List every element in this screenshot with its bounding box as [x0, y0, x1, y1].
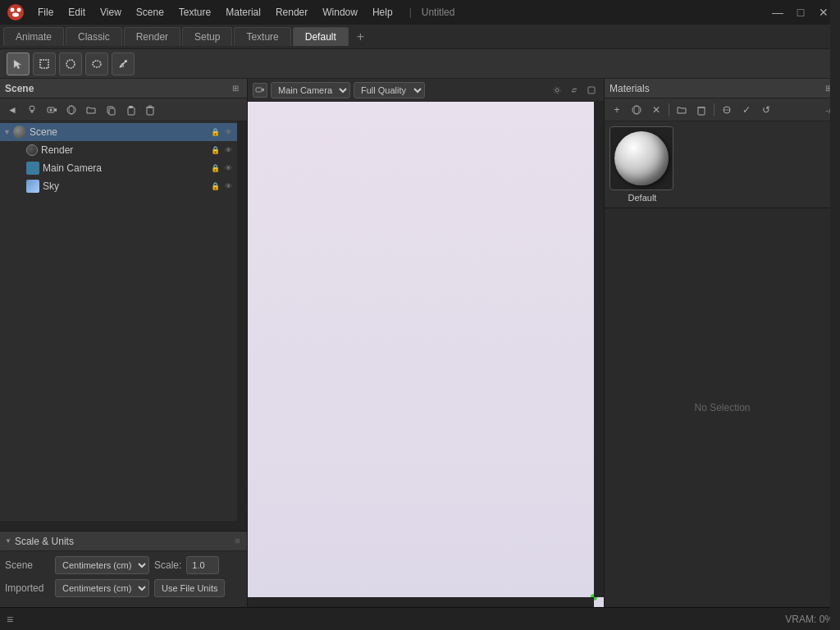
render-visibility-icon[interactable]: 👁 — [222, 144, 234, 156]
svg-point-2 — [17, 8, 21, 12]
scene-folder-button[interactable] — [82, 102, 100, 118]
refresh-material-button[interactable]: ↺ — [757, 102, 775, 118]
scene-panel-expand[interactable]: ⊞ — [229, 82, 242, 95]
svg-point-26 — [554, 87, 560, 94]
menu-scene[interactable]: Scene — [130, 5, 171, 20]
render-lock-icon[interactable]: 🔒 — [209, 144, 221, 156]
svg-point-8 — [30, 106, 34, 111]
viewport-bottom-scrollbar[interactable] — [248, 597, 594, 607]
circle-tool-button[interactable] — [59, 52, 82, 75]
menu-material[interactable]: Material — [219, 5, 267, 20]
sky-visibility-icon[interactable]: 👁 — [222, 180, 234, 192]
viewport-canvas[interactable] — [248, 102, 604, 607]
materials-toolbar: + ✕ — [605, 98, 840, 121]
paint-material-button[interactable] — [718, 102, 736, 118]
scene-light-button[interactable] — [23, 102, 41, 118]
maximize-button[interactable]: □ — [791, 4, 810, 21]
camera-select[interactable]: Main Camera — [271, 82, 350, 98]
viewport-settings-icon[interactable] — [550, 83, 564, 98]
tab-render[interactable]: Render — [124, 27, 180, 46]
svg-point-28 — [632, 106, 641, 114]
camera-visibility-icon[interactable]: 👁 — [222, 162, 234, 174]
tree-item-render[interactable]: Render 🔒 👁 — [0, 141, 237, 159]
materials-title: Materials — [609, 83, 650, 94]
scene-copy-button[interactable] — [102, 102, 120, 118]
scene-back-button[interactable]: ◄ — [3, 102, 21, 118]
menu-view[interactable]: View — [94, 5, 128, 20]
scale-units-header[interactable]: ▼ Scale & Units ⊞ — [0, 532, 247, 551]
copy-icon — [105, 104, 116, 116]
scene-unit-select[interactable]: Centimeters (cm)Meters (m)Inches (in)Fee… — [55, 556, 149, 574]
titlebar-separator: | — [409, 7, 412, 18]
scene-visibility-icon[interactable]: 👁 — [222, 126, 234, 138]
viewport-link-icon[interactable] — [567, 83, 582, 98]
status-menu-icon[interactable]: ≡ — [7, 613, 13, 626]
menu-edit[interactable]: Edit — [62, 5, 92, 20]
scene-sphere-button[interactable] — [62, 102, 80, 118]
folder-material-button[interactable] — [673, 102, 691, 118]
svg-point-25 — [555, 89, 559, 92]
viewport: Main Camera Full Quality Half Quality Dr… — [248, 79, 604, 607]
tab-texture[interactable]: Texture — [234, 27, 290, 46]
scene-panel-header-icons: ⊞ — [229, 82, 242, 95]
titlebar-title: Untitled — [422, 7, 455, 18]
svg-rect-17 — [109, 108, 115, 115]
viewport-expand-icon[interactable] — [584, 83, 599, 98]
scale-value-input[interactable] — [186, 556, 219, 574]
tree-item-sky[interactable]: Sky 🔒 👁 — [0, 177, 237, 195]
scene-delete-button[interactable] — [141, 102, 159, 118]
marquee-tool-button[interactable] — [33, 52, 56, 75]
tree-actions-sky: 🔒 👁 — [209, 180, 234, 192]
folder-icon — [85, 104, 97, 116]
scene-lock-icon[interactable]: 🔒 — [209, 126, 221, 138]
tree-label-camera: Main Camera — [43, 162, 209, 174]
tab-add-button[interactable]: + — [350, 28, 371, 46]
svg-rect-18 — [128, 107, 135, 115]
menu-window[interactable]: Window — [316, 5, 364, 20]
titlebar-menu: File Edit View Scene Texture Material Re… — [31, 5, 399, 20]
sky-lock-icon[interactable]: 🔒 — [209, 180, 221, 192]
tab-animate[interactable]: Animate — [3, 27, 64, 46]
imported-unit-select[interactable]: Centimeters (cm)Meters (m)Inches (in)Fee… — [55, 579, 149, 597]
main-area: Scene ⊞ ◄ — [0, 79, 840, 607]
menu-texture[interactable]: Texture — [172, 5, 217, 20]
svg-point-29 — [634, 106, 639, 114]
select-tool-button[interactable] — [7, 52, 30, 75]
quality-select[interactable]: Full Quality Half Quality Draft — [354, 82, 425, 98]
use-file-units-button[interactable]: Use File Units — [154, 579, 225, 597]
tab-setup[interactable]: Setup — [182, 27, 232, 46]
tab-classic[interactable]: Classic — [66, 27, 122, 46]
light-icon — [26, 104, 38, 116]
viewport-right-scrollbar[interactable] — [594, 102, 604, 597]
delete-material-button[interactable] — [692, 102, 710, 118]
sphere-material-button[interactable] — [628, 102, 646, 118]
imported-scale-label: Imported — [5, 582, 50, 594]
svg-point-15 — [69, 106, 74, 114]
lasso-tool-button[interactable] — [85, 52, 108, 75]
tree-item-camera[interactable]: Main Camera 🔒 👁 — [0, 159, 237, 177]
link-icon — [569, 85, 579, 95]
right-panel-scrollbar[interactable] — [830, 0, 840, 630]
close-material-button[interactable]: ✕ — [647, 102, 665, 118]
add-material-button[interactable]: + — [608, 102, 626, 118]
tree-arrow-scene: ▼ — [3, 128, 13, 136]
viewport-camera-icon[interactable] — [253, 83, 267, 98]
menu-help[interactable]: Help — [366, 5, 399, 20]
path-tool-button[interactable] — [112, 52, 135, 75]
tab-default[interactable]: Default — [293, 27, 349, 46]
check-material-button[interactable]: ✓ — [737, 102, 756, 118]
menu-render[interactable]: Render — [269, 5, 314, 20]
material-item-default[interactable]: Default — [609, 126, 675, 203]
scene-paste-button[interactable] — [121, 102, 139, 118]
tree-item-scene[interactable]: ▼ Scene 🔒 👁 — [0, 123, 237, 141]
scene-camera-button[interactable] — [43, 102, 61, 118]
scale-panel-resize[interactable]: ⊞ — [235, 537, 240, 545]
camera-lock-icon[interactable]: 🔒 — [209, 162, 221, 174]
lasso-icon — [91, 58, 103, 70]
menu-file[interactable]: File — [31, 5, 60, 20]
materials-panel: Materials ⊞ + ✕ — [605, 79, 840, 208]
mat-separator-2 — [714, 103, 714, 116]
scale-units-panel: ▼ Scale & Units ⊞ Scene Centimeters (cm)… — [0, 531, 247, 607]
scene-tree-scrollbar[interactable] — [237, 121, 247, 521]
minimize-button[interactable]: — — [768, 4, 788, 21]
